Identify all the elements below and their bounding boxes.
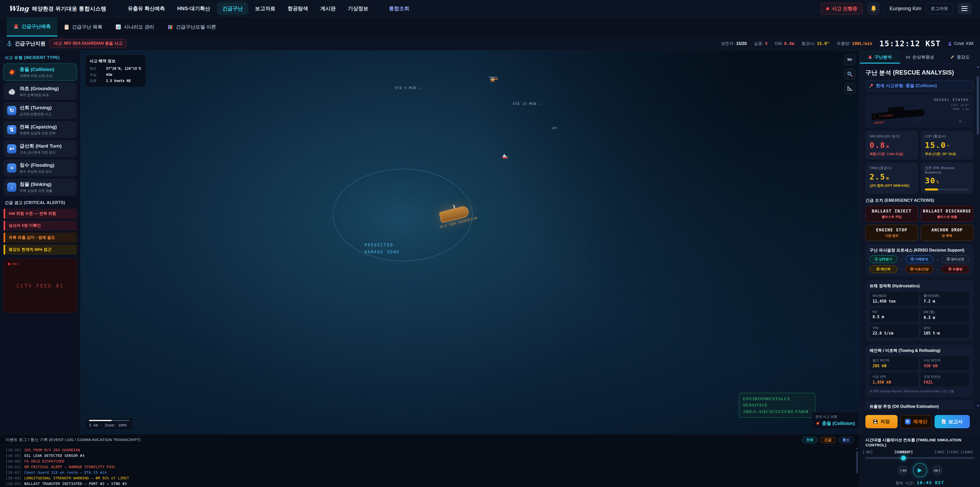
analysis-scroll-area[interactable]: 구난 분석 (RESCUE ANALYSIS) 현재 사고유형: 충돌 (Col… bbox=[860, 64, 975, 409]
kriso-step-5[interactable]: ⑤ 이초/인양 bbox=[905, 265, 933, 273]
scrollbar-thumb[interactable] bbox=[977, 76, 979, 135]
tab-rescue-model-theory[interactable]: 긴급구난모델 이론 bbox=[161, 18, 223, 37]
marker-plus-6h[interactable]: [+6H] bbox=[934, 450, 945, 454]
incident-grounding[interactable]: 좌초 (Grounding) 해저 접촉/암초 좌초 bbox=[3, 83, 77, 100]
scrollbar-thumb[interactable] bbox=[856, 451, 858, 473]
magnifier-icon bbox=[847, 71, 853, 77]
tab-rescue-list[interactable]: 긴급구난 목록 bbox=[57, 18, 109, 37]
current-sim-time: 현재 시간:10:45 KST bbox=[865, 481, 974, 485]
ballast-inject-button[interactable]: BALLAST INJECT밸러스트 주입 bbox=[865, 206, 918, 222]
nav-item-reports[interactable]: 보고자료 bbox=[250, 3, 280, 14]
kriso-step-4[interactable]: ④ 예인력 bbox=[870, 265, 897, 273]
notifications-button[interactable] bbox=[867, 2, 880, 15]
alert-oil-leak[interactable]: 유류 유출 감지 - 방제 필요 bbox=[3, 233, 77, 243]
marker-minus-6h[interactable]: [-6h] bbox=[862, 450, 873, 454]
nav-item-weather[interactable]: 기상정보 bbox=[343, 3, 373, 14]
logout-button[interactable]: 로그아웃 bbox=[926, 3, 953, 14]
nav-item-emergency-rescue[interactable]: 긴급구난 bbox=[217, 3, 248, 14]
engine-stop-button[interactable]: ENGINE STOP기관 정지 bbox=[865, 225, 918, 241]
map-zoom-button[interactable] bbox=[844, 69, 856, 80]
event-log-title: 이벤트 로그 / 통신 기록 (EVENT LOG / COMMUNICATIO… bbox=[6, 437, 141, 442]
slider-knob[interactable] bbox=[901, 456, 906, 460]
world-map-icon bbox=[847, 57, 853, 62]
incident-collision[interactable]: 충돌 (Collision) 외력에 의한 선체 손상 bbox=[3, 64, 77, 81]
tab-rescue-prediction[interactable]: 긴급구난예측 bbox=[6, 18, 57, 37]
log-scrollbar[interactable]: ▲ bbox=[856, 447, 859, 486]
rock-icon bbox=[7, 87, 16, 96]
menu-button[interactable] bbox=[958, 3, 971, 14]
marker-plus-12h[interactable]: [+12H] bbox=[946, 450, 959, 454]
kriso-step-1[interactable]: ① 상태평가 bbox=[870, 255, 897, 263]
alert-gm-risk[interactable]: GM 위험 수준 — 전복 위험 bbox=[3, 209, 77, 219]
incident-flooding[interactable]: ≈ 침수 (Flooding) 해수 유입에 의한 침수 bbox=[3, 160, 77, 176]
scroll-up-icon[interactable]: ▲ bbox=[976, 65, 980, 69]
report-button[interactable]: 보고서 bbox=[935, 415, 970, 428]
kriso-step-3[interactable]: ③ 장비선정 bbox=[942, 255, 969, 263]
map-toolbar bbox=[844, 54, 856, 94]
oil-outflow-card: 유출량 추정 (Oil Outflow Estimation) 현재 유출률10… bbox=[865, 401, 974, 409]
tab-rescue-analysis[interactable]: 구난분석 bbox=[860, 51, 900, 64]
response-ship-icon[interactable] bbox=[501, 154, 509, 160]
nav-item-board[interactable]: 게시판 bbox=[315, 3, 341, 14]
helicopter-icon[interactable] bbox=[488, 76, 498, 83]
incident-hard-turn[interactable]: ↩ 급선회 (Hard Turn) 고속 급선회에 의한 경사 bbox=[3, 140, 77, 157]
marker-plus-24h[interactable]: [+24H] bbox=[961, 450, 973, 454]
emergency-actions: BALLAST INJECT밸러스트 주입 BALLAST DISCHARGE밸… bbox=[865, 206, 974, 241]
scroll-down-icon[interactable]: ▼ bbox=[976, 404, 980, 407]
map-scale-control[interactable]: 5 km · Zoom: 100% bbox=[85, 418, 133, 430]
hydro-tpc: TPC22.8 t/cm bbox=[870, 324, 918, 338]
eta-helo-label: ETA 5 MIN — bbox=[395, 86, 421, 90]
stat-missing: 실종:5 bbox=[754, 41, 768, 46]
skip-back-button[interactable]: ❙◀◀ bbox=[897, 465, 908, 476]
towing-required: 필요 예인력285 kN bbox=[870, 356, 918, 370]
log-filters: 전체 긴급 통신 bbox=[802, 437, 854, 443]
metric-reserve-buoyancy: 잔존 부력 (Reserve Buoyancy) 30% bbox=[921, 163, 974, 194]
cctv-feed-panel[interactable]: REC CCTV FEED #1 bbox=[3, 259, 77, 313]
page-title: 긴급구난지원 bbox=[15, 40, 45, 47]
alert-missing-crew[interactable]: 승선자 5명 미확인 bbox=[3, 220, 77, 231]
marker-current[interactable]: [CURRENT] bbox=[894, 450, 913, 454]
nav-item-hns-air[interactable]: HNS·대기확산 bbox=[172, 3, 215, 14]
incident-sinking[interactable]: ↓ 침몰 (Sinking) 부력 상실에 의한 침몰 bbox=[3, 179, 77, 196]
save-button[interactable]: 저장 bbox=[865, 415, 897, 428]
filter-emergency[interactable]: 긴급 bbox=[820, 437, 836, 443]
tab-longitudinal-strength[interactable]: 종강도 bbox=[940, 51, 980, 64]
timeline-slider[interactable] bbox=[865, 457, 974, 459]
recalculate-button[interactable]: ↻ 재계산 bbox=[900, 415, 932, 428]
incident-map[interactable]: 사고 해역 정보 위치37°28'N, 126°15'E 수심45m 조류2.5… bbox=[81, 51, 859, 434]
play-button[interactable]: ▶ bbox=[913, 463, 927, 477]
nav-item-aerial-search[interactable]: 항공탐색 bbox=[283, 3, 313, 14]
nav-item-oil-diffusion[interactable]: 유출유 확산예측 bbox=[123, 3, 170, 14]
current-incident-badge[interactable]: 현재 사고 유형 충돌 (Collision) bbox=[811, 412, 859, 429]
scroll-up-icon[interactable]: ▲ bbox=[856, 447, 859, 450]
cctv-feed-label: CCTV FEED #1 bbox=[4, 283, 76, 289]
log-entries[interactable]: [10:35]SOS FROM M/V SEA GUARDIAN [10:35]… bbox=[0, 445, 859, 487]
hydrostatics-card: 유체 정역학 (Hydrostatics) 배수량(Δ)12,450 ton 흘… bbox=[865, 280, 974, 341]
capsize-arrows-icon: ⇅ bbox=[7, 125, 16, 134]
user-name: Eunjeong Kim bbox=[889, 6, 921, 11]
skip-forward-button[interactable]: ▶▶❙ bbox=[932, 465, 943, 476]
emergency-actions-header: 긴급 조치 (EMERGENCY ACTIONS) bbox=[865, 198, 974, 203]
alert-strength-limit[interactable]: 종강도 한계치 88% 접근 bbox=[3, 245, 77, 255]
incident-capsizing[interactable]: ⇅ 전복 (Capsizing) 복원력 상실에 의한 전복 bbox=[3, 121, 77, 138]
filter-comms[interactable]: 통신 bbox=[838, 437, 854, 443]
ballast-discharge-button[interactable]: BALLAST DISCHARGE밸러스트 배출 bbox=[921, 206, 974, 222]
map-layers-button[interactable] bbox=[844, 54, 856, 65]
wave-icon: ≈ bbox=[7, 163, 16, 172]
towing-refloating-card: 예인력 / 이초력 (Towing & Refloating) 필요 예인력28… bbox=[865, 345, 974, 397]
tab-scenario-management[interactable]: 시나리오 관리 bbox=[109, 18, 161, 37]
tab-damage-stability[interactable]: 손상복원성 bbox=[900, 51, 940, 64]
kriso-step-2[interactable]: ② 사례분석 bbox=[905, 255, 933, 263]
incident-turning[interactable]: ↻ 선회 (Turning) 급격한 방향전환 사고 bbox=[3, 102, 77, 119]
anchor-drop-button[interactable]: ANCHOR DROP묘 투하 bbox=[921, 225, 974, 241]
siren-icon bbox=[13, 24, 19, 29]
filter-all[interactable]: 전체 bbox=[802, 437, 818, 443]
chart-icon bbox=[116, 24, 121, 30]
nav-item-integrated-search[interactable]: 통합조회 bbox=[384, 3, 414, 14]
nav-divider bbox=[379, 4, 379, 13]
kriso-step-6[interactable]: ⑥ 유출량 bbox=[942, 265, 969, 273]
panel-scrollbar[interactable]: ▲ ▼ bbox=[976, 65, 980, 407]
log-entry: [10:45]BALLAST TRANSFER INITIATED — PORT… bbox=[6, 481, 854, 487]
map-measure-button[interactable] bbox=[844, 83, 856, 94]
main-area: 사고 유형 (INCIDENT TYPE) 충돌 (Collision) 외력에… bbox=[0, 51, 980, 434]
